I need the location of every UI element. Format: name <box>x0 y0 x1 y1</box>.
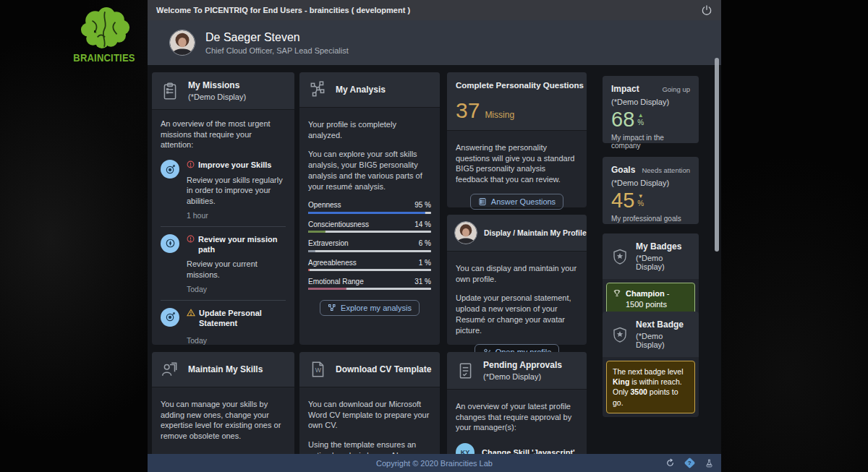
kpi-subtitle: (*Demo Display) <box>611 98 690 106</box>
card-pending-approvals: Pending Approvals (*Demo Display) An ove… <box>447 352 587 454</box>
user-avatar[interactable] <box>169 30 195 56</box>
card-title: My Missions <box>188 80 246 90</box>
mission-desc: Review your current missions. <box>187 259 286 280</box>
braincities-logo: BRAINCITIES <box>71 6 137 63</box>
missing-label: Missing <box>485 110 514 120</box>
kpi-caption: My professional goals <box>611 215 690 223</box>
bar-openness: Openness95 % <box>308 200 431 213</box>
profile-avatar <box>454 221 477 244</box>
card-title: Next Badge <box>636 319 690 330</box>
approval-item[interactable]: KY Change Skill 'Javascript' <box>456 443 578 454</box>
missing-count: 37 <box>456 100 480 121</box>
divider <box>161 226 286 227</box>
card-maintain-profile: Display / Maintain My Profile You can di… <box>447 215 587 345</box>
mission-item[interactable]: Improve your Skills Review your skills r… <box>161 153 286 226</box>
profile-line1: You can display and maintain your own pr… <box>456 263 578 284</box>
big5-bar-chart: Openness95 % Conscientiousness14 % Extra… <box>308 200 431 290</box>
mission-title: Review your mission path <box>198 234 286 255</box>
card-title: Maintain My Skills <box>188 364 263 374</box>
card-title: Display / Maintain My Profile <box>484 228 587 237</box>
kpi-caption: My impact in the company <box>611 134 690 150</box>
user-name: De Saeger Steven <box>205 31 349 44</box>
impact-value: 68 <box>611 109 634 130</box>
mission-due: Today <box>187 284 286 294</box>
explore-my-analysis-button[interactable]: Explore my analysis <box>320 300 420 316</box>
form-icon <box>478 197 487 206</box>
approver-initials-avatar: KY <box>456 443 475 454</box>
arrow-up-icon: ▲ <box>638 112 644 119</box>
answer-questions-button[interactable]: Answer Questions <box>470 194 563 210</box>
mission-due: 1 hour <box>187 210 286 220</box>
word-document-icon: W <box>308 360 327 379</box>
next-badge-panel[interactable]: The next badge level King is within reac… <box>606 361 695 413</box>
card-goals[interactable]: Goals Needs attention (*Demo Display) 45… <box>603 157 699 224</box>
vertical-scrollbar[interactable] <box>715 58 719 252</box>
card-personality-questions: Complete Personality Questions 37 Missin… <box>447 72 587 207</box>
desktop-background: BRAINCITIES Welcome To PICENTRIQ for End… <box>0 0 868 472</box>
refresh-icon[interactable] <box>665 458 675 468</box>
kpi-title: Impact <box>611 84 639 94</box>
mission-desc: Review your skills regularly in order to… <box>187 175 286 207</box>
goals-value: 45 <box>611 190 634 211</box>
card-title: My Badges <box>636 241 690 252</box>
cv-line1: You can download our Microsoft Word CV t… <box>308 399 431 431</box>
error-alert-icon <box>187 160 195 168</box>
welcome-title: Welcome To PICENTRIQ for End Users - bra… <box>156 6 410 14</box>
mission-item[interactable]: Update Personal Statement Today <box>161 301 286 351</box>
app-topbar: Welcome To PICENTRIQ for End Users - bra… <box>148 0 721 20</box>
card-my-missions: My Missions (*Demo Display) An overview … <box>152 72 294 345</box>
badge-shield-icon <box>611 248 629 265</box>
badge-name: Champion <box>626 289 665 298</box>
skills-body: You can manage your skills by adding new… <box>161 399 286 442</box>
divider <box>161 300 286 301</box>
card-subtitle: (*Demo Display) <box>636 254 690 271</box>
logo-text: BRAINCITIES <box>71 51 137 64</box>
bar-conscientiousness: Conscientiousness14 % <box>308 220 431 233</box>
mission-item[interactable]: Review your mission path Review your cur… <box>161 228 286 299</box>
goals-unit: % <box>637 199 644 208</box>
cv-line2: Using the template ensures an optimal an… <box>308 439 431 454</box>
user-header: De Saeger Steven Chief Cloud Officer, SA… <box>148 20 721 65</box>
card-subtitle: (*Demo Display) <box>483 372 562 381</box>
document-check-icon <box>456 361 475 380</box>
card-my-badges: My Badges (*Demo Display) Champion - 150… <box>603 233 699 319</box>
arrow-down-icon: ▼ <box>638 193 644 199</box>
mission-due: Today <box>187 335 286 346</box>
card-title: My Analysis <box>336 85 386 95</box>
card-title: Complete Personality Questions <box>456 81 578 90</box>
badge-shield-icon <box>611 326 629 343</box>
network-icon <box>328 304 336 312</box>
person-documents-icon <box>161 360 179 379</box>
approvals-intro: An overview of your latest profile chang… <box>456 401 578 433</box>
impact-unit: % <box>637 119 644 127</box>
bar-agreeableness: Agreeableness1 % <box>308 258 431 271</box>
card-subtitle: (*Demo Display) <box>636 332 690 349</box>
dashboard-content: My Missions (*Demo Display) An overview … <box>148 65 721 454</box>
network-icon <box>308 80 327 99</box>
card-my-analysis: My Analysis Your profile is completely a… <box>299 72 440 345</box>
card-impact[interactable]: Impact Going up (*Demo Display) 68 ▲ % M… <box>603 76 699 143</box>
error-alert-icon <box>187 235 195 243</box>
missions-intro: An overview of the most urgent missions … <box>161 119 286 150</box>
app-window: Welcome To PICENTRIQ for End Users - bra… <box>148 0 721 472</box>
approval-label: Change Skill 'Javascript' <box>482 447 575 454</box>
warning-icon <box>187 309 195 317</box>
next-badge-level: King <box>613 377 629 386</box>
kpi-status: Needs attention <box>642 166 690 174</box>
copyright-text: Copyright © 2020 Braincities Lab <box>376 459 493 468</box>
help-icon[interactable]: ? <box>684 458 696 469</box>
bar-extraversion: Extraversion6 % <box>308 239 431 252</box>
analysis-line2: You can explore your soft skills analysi… <box>308 149 431 192</box>
trophy-icon <box>613 289 621 298</box>
card-title: Download CV Template <box>336 364 431 374</box>
svg-text:W: W <box>315 366 322 374</box>
questions-body: Answering the personality questions will… <box>456 142 578 185</box>
lab-flask-icon[interactable] <box>705 458 714 468</box>
power-icon[interactable] <box>701 4 712 16</box>
target-icon <box>161 160 179 179</box>
target-icon <box>161 308 179 327</box>
mission-title: Improve your Skills <box>198 160 271 170</box>
kpi-subtitle: (*Demo Display) <box>611 179 690 187</box>
profile-line2: Update your personal statement, upload a… <box>456 293 578 335</box>
champion-badge-panel[interactable]: Champion - 1500 points <box>606 283 695 316</box>
